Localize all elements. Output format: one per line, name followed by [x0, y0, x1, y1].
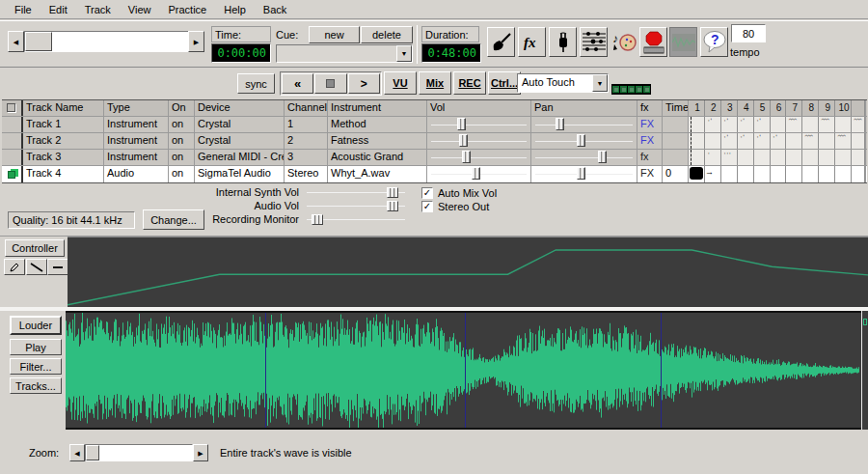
- volume-slider[interactable]: [427, 133, 531, 149]
- transport-ctrl-button[interactable]: Ctrl...: [488, 71, 521, 95]
- track-name-cell[interactable]: Track 3: [23, 150, 104, 165]
- track-grid-area[interactable]: ·'·'·'·'^^^^^^^^^: [689, 117, 866, 132]
- instrument-button[interactable]: ♪: [610, 27, 638, 57]
- track-type-cell[interactable]: Instrument: [104, 133, 169, 149]
- track-device-cell[interactable]: SigmaTel Audio: [195, 166, 285, 182]
- track-instrument-cell[interactable]: Method: [328, 117, 427, 132]
- menu-item-practice[interactable]: Practice: [159, 2, 215, 17]
- pan-slider[interactable]: [531, 133, 637, 149]
- track-on-cell[interactable]: on: [169, 117, 195, 132]
- play-button[interactable]: >: [348, 73, 380, 94]
- audio-editor-button[interactable]: [669, 27, 697, 57]
- stop-button[interactable]: [314, 73, 346, 94]
- checkbox-stereo-out[interactable]: ✓: [421, 201, 433, 212]
- checkbox-auto-mix-vol[interactable]: ✓: [421, 187, 433, 199]
- waveform-area[interactable]: [66, 311, 861, 430]
- tempo-input[interactable]: 80: [731, 24, 766, 42]
- effects-button[interactable]: fx: [518, 27, 546, 57]
- filter-button[interactable]: Filter...: [10, 358, 62, 375]
- tracks-button[interactable]: Tracks...: [10, 377, 62, 394]
- menu-item-back[interactable]: Back: [255, 2, 295, 17]
- louder-button[interactable]: Louder: [10, 316, 62, 335]
- track-instrument-cell[interactable]: Acoustic Grand: [328, 150, 427, 165]
- menu-item-view[interactable]: View: [120, 2, 160, 17]
- volume-slider[interactable]: [427, 166, 531, 182]
- controller-button[interactable]: Controller: [5, 239, 65, 257]
- pan-slider[interactable]: [531, 150, 637, 165]
- mixer-slider-track[interactable]: [307, 206, 405, 207]
- position-scroll-thumb[interactable]: [25, 32, 52, 51]
- zoom-scroll-right-button[interactable]: ▶: [193, 444, 208, 461]
- track-name-cell[interactable]: Track 4: [23, 166, 104, 182]
- slider-thumb[interactable]: [556, 118, 564, 130]
- record-button[interactable]: [639, 27, 667, 57]
- mode-combobox[interactable]: Auto Touch ▼: [517, 73, 609, 93]
- track-on-cell[interactable]: on: [169, 133, 195, 149]
- waveform-canvas[interactable]: [66, 313, 859, 428]
- volume-slider[interactable]: [427, 150, 531, 165]
- audio-clip-block[interactable]: [690, 167, 703, 180]
- transport-mix-button[interactable]: Mix: [419, 71, 451, 95]
- slider-thumb[interactable]: [472, 167, 480, 180]
- cue-combobox-dropdown-button[interactable]: ▼: [396, 45, 412, 62]
- menu-item-file[interactable]: File: [6, 2, 41, 17]
- menu-item-help[interactable]: Help: [215, 2, 255, 17]
- change-quality-button[interactable]: Change...: [143, 209, 204, 230]
- track-instrument-cell[interactable]: Whyt_A.wav: [328, 166, 427, 182]
- mixer-slider-thumb[interactable]: [387, 187, 398, 198]
- pencil-tool-button[interactable]: [4, 259, 25, 275]
- fx-cell[interactable]: FX: [637, 166, 663, 182]
- cue-delete-button[interactable]: delete: [361, 26, 413, 43]
- track-device-cell[interactable]: General MIDI - Cre: [195, 150, 285, 165]
- audio-device-button[interactable]: [549, 27, 577, 57]
- track-channel-cell[interactable]: 2: [285, 133, 328, 149]
- track-type-cell[interactable]: Instrument: [104, 150, 169, 165]
- mixer-slider-thumb[interactable]: [387, 201, 398, 211]
- mixer-slider-track[interactable]: [307, 192, 405, 193]
- zoom-scroll-thumb[interactable]: [86, 445, 99, 460]
- fx-cell[interactable]: FX: [637, 117, 663, 132]
- mixer-slider-thumb[interactable]: [312, 214, 323, 225]
- track-on-cell[interactable]: on: [169, 166, 195, 182]
- track-name-cell[interactable]: Track 1: [23, 117, 104, 132]
- help-button[interactable]: ?: [700, 27, 728, 57]
- cue-new-button[interactable]: new: [309, 26, 360, 43]
- slider-thumb[interactable]: [577, 134, 585, 147]
- track-on-cell[interactable]: on: [169, 150, 195, 165]
- track-instrument-cell[interactable]: Fatness: [328, 133, 427, 149]
- menu-item-track[interactable]: Track: [76, 2, 120, 17]
- slider-thumb[interactable]: [598, 151, 607, 163]
- menu-item-edit[interactable]: Edit: [41, 2, 76, 17]
- slider-thumb[interactable]: [577, 167, 585, 180]
- fx-cell[interactable]: FX: [637, 133, 663, 149]
- track-channel-cell[interactable]: 3: [285, 150, 328, 165]
- zoom-scrollbar[interactable]: [85, 444, 193, 461]
- position-scroll-right-button[interactable]: ▶: [188, 31, 204, 52]
- track-channel-cell[interactable]: Stereo: [285, 166, 328, 182]
- cue-combobox[interactable]: ▼: [276, 44, 413, 63]
- sync-button[interactable]: sync: [237, 73, 275, 94]
- flat-tool-button[interactable]: [47, 259, 68, 275]
- track-name-cell[interactable]: Track 2: [23, 133, 104, 149]
- track-type-cell[interactable]: Instrument: [104, 117, 169, 132]
- track-row[interactable]: Track 4AudioonSigmaTel AudioStereoWhyt_A…: [2, 166, 867, 182]
- slider-thumb[interactable]: [462, 151, 471, 163]
- play-button[interactable]: Play: [10, 339, 62, 355]
- slider-thumb[interactable]: [459, 134, 468, 147]
- zoom-scroll-left-button[interactable]: ◀: [69, 444, 85, 461]
- track-row[interactable]: Track 3InstrumentonGeneral MIDI - Cre3Ac…: [2, 150, 867, 166]
- track-row[interactable]: Track 2InstrumentonCrystal2FatnessFX·'·'…: [2, 133, 867, 150]
- fx-cell[interactable]: fx: [637, 150, 663, 165]
- track-device-cell[interactable]: Crystal: [195, 117, 285, 132]
- mixer-slider-track[interactable]: [307, 219, 405, 220]
- position-scrollbar[interactable]: [24, 31, 204, 52]
- pan-slider[interactable]: [531, 166, 637, 182]
- practice-mallet-button[interactable]: [487, 27, 515, 57]
- pan-slider[interactable]: [531, 117, 637, 132]
- track-channel-cell[interactable]: 1: [285, 117, 328, 132]
- transport-vu-button[interactable]: VU: [384, 71, 417, 95]
- volume-slider[interactable]: [427, 117, 531, 132]
- mode-dropdown-button[interactable]: ▼: [592, 74, 608, 92]
- track-row[interactable]: Track 1InstrumentonCrystal1MethodFX·'·'·…: [2, 117, 867, 133]
- track-grid-area[interactable]: ·'·'·'·'^^^^^^: [689, 133, 866, 149]
